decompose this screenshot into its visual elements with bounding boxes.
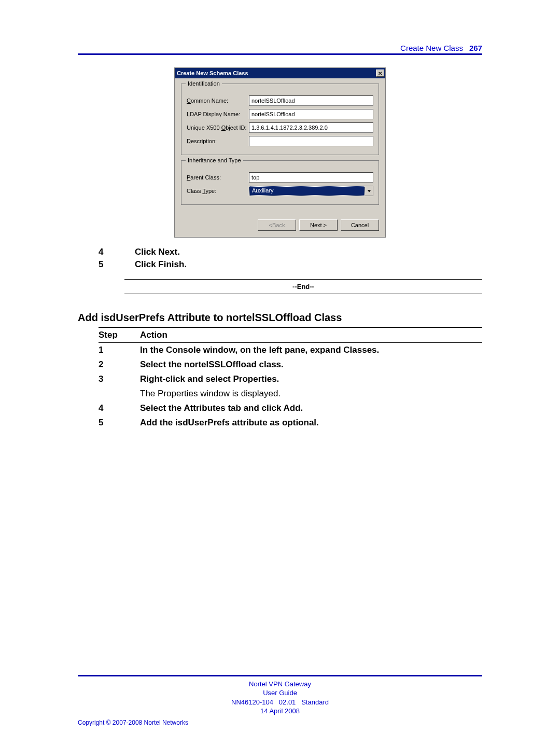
ldap-display-name-input[interactable] xyxy=(249,109,373,119)
object-id-label: Unique X500 Object ID: xyxy=(187,125,249,131)
table-row: 3 Right-click and select Properties. xyxy=(99,372,482,386)
class-type-select[interactable]: Auxiliary xyxy=(249,186,373,196)
header-title: Create New Class xyxy=(400,44,463,52)
cancel-button[interactable]: Cancel xyxy=(341,219,379,231)
identification-group: Identification Common Name: LDAP Display… xyxy=(181,84,379,155)
end-rule-bottom xyxy=(124,294,482,294)
table-row: 5 Add the isdUserPrefs attribute as opti… xyxy=(99,416,482,430)
parent-class-input[interactable] xyxy=(249,172,373,183)
ldap-display-name-label: LDAP Display Name: xyxy=(187,111,249,117)
common-name-input[interactable] xyxy=(249,95,373,106)
object-id-input[interactable] xyxy=(249,122,373,133)
footer-center: Nortel VPN Gateway User Guide NN46120-10… xyxy=(78,680,482,716)
table-row: The Properties window is displayed. xyxy=(99,386,482,401)
footer-copyright: Copyright © 2007-2008 Nortel Networks xyxy=(78,719,482,726)
svg-marker-0 xyxy=(367,190,370,192)
description-input[interactable] xyxy=(249,136,373,146)
header-rule xyxy=(78,53,482,55)
identification-legend: Identification xyxy=(186,80,222,87)
table-header: Step Action xyxy=(99,328,482,342)
dialog-titlebar: Create New Schema Class ✕ xyxy=(175,68,385,78)
header-page-number: 267 xyxy=(469,44,482,52)
section-title: Add isdUserPrefs Attribute to nortelSSLO… xyxy=(78,312,482,324)
common-name-label: Common Name: xyxy=(187,98,249,104)
table-row: 2 Select the nortelSSLOffload class. xyxy=(99,357,482,372)
close-icon[interactable]: ✕ xyxy=(376,70,384,77)
step-item: 5 Click Finish. xyxy=(99,259,482,270)
end-label: --End-- xyxy=(124,280,482,294)
class-type-value: Auxiliary xyxy=(249,186,365,196)
parent-class-label: Parent Class: xyxy=(187,174,249,181)
inheritance-type-group: Inheritance and Type Parent Class: Class… xyxy=(181,160,379,205)
description-label: Description: xyxy=(187,138,249,144)
dialog-title: Create New Schema Class xyxy=(177,70,248,76)
step-item: 4 Click Next. xyxy=(99,247,482,257)
next-button[interactable]: Next > xyxy=(299,219,338,231)
chevron-down-icon[interactable] xyxy=(365,186,373,196)
table-row: 1 In the Console window, on the left pan… xyxy=(99,343,482,357)
footer-rule xyxy=(78,675,482,676)
class-type-label: Class Type: xyxy=(187,188,249,194)
table-row: 4 Select the Attributes tab and click Ad… xyxy=(99,401,482,416)
create-schema-class-dialog: Create New Schema Class ✕ Identification… xyxy=(174,67,386,238)
inheritance-legend: Inheritance and Type xyxy=(186,157,243,163)
back-button: < Back xyxy=(258,219,296,231)
